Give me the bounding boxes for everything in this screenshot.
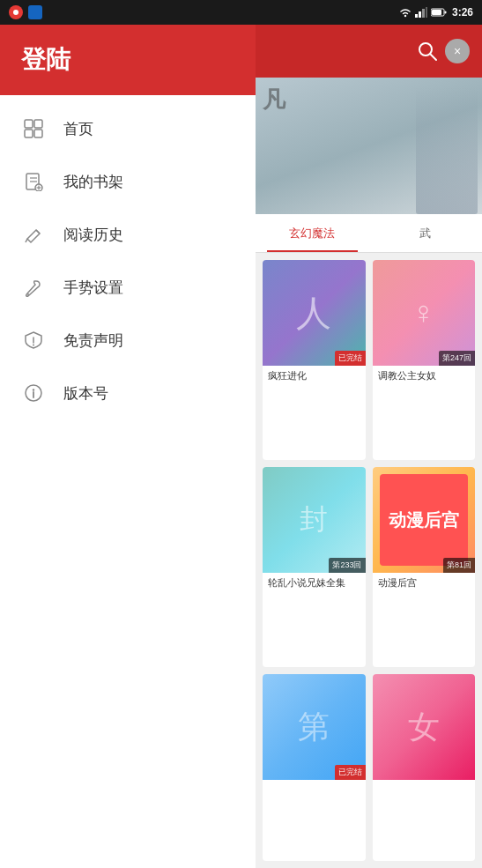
drawer-label-disclaimer: 免责声明 — [63, 330, 123, 351]
book-badge-3: 第233回 — [329, 558, 365, 573]
svg-point-27 — [33, 389, 34, 390]
svg-point-24 — [33, 345, 34, 346]
book-cover-2: ♀ 第247回 — [373, 260, 476, 366]
svg-rect-4 — [426, 7, 427, 18]
book-title-3: 轮乱小说兄妹全集 — [263, 573, 366, 593]
shield-icon — [21, 328, 46, 352]
book-card-2[interactable]: ♀ 第247回 调教公主女奴 — [373, 260, 476, 460]
book-icon — [21, 169, 46, 194]
svg-rect-11 — [34, 120, 42, 128]
svg-rect-7 — [432, 10, 441, 15]
pen-icon — [21, 222, 46, 247]
close-button[interactable]: × — [445, 39, 470, 63]
content-area: × 凡 玄幻魔法 武 人 已完结 — [256, 25, 482, 868]
drawer-item-version[interactable]: 版本号 — [0, 367, 256, 419]
svg-rect-13 — [34, 130, 42, 137]
book-title-6 — [373, 780, 476, 787]
book-cover-4: 动漫后宫 第81回 — [373, 467, 476, 573]
book-badge-5: 已完结 — [335, 765, 366, 780]
svg-rect-6 — [444, 11, 446, 14]
tab-wu[interactable]: 武 — [369, 214, 483, 252]
book-title-5 — [263, 780, 366, 787]
drawer-label-home: 首页 — [63, 119, 93, 139]
book-card-4[interactable]: 动漫后宫 第81回 动漫后宫 — [373, 467, 476, 667]
status-bar-left — [9, 5, 42, 19]
book-cover-1: 人 已完结 — [263, 260, 366, 366]
drawer-label-gesture: 手势设置 — [63, 278, 123, 298]
info-icon — [21, 381, 46, 405]
search-icon[interactable] — [417, 41, 438, 62]
book-badge-1: 已完结 — [335, 351, 366, 366]
signal-icon — [415, 7, 427, 18]
book-card-6[interactable]: 女 — [373, 674, 476, 861]
drawer-item-home[interactable]: 首页 — [0, 102, 256, 155]
svg-rect-3 — [422, 9, 425, 18]
book-title-2: 调教公主女奴 — [373, 366, 476, 386]
svg-rect-2 — [419, 11, 421, 18]
app-icon-blue — [28, 5, 42, 19]
time-display: 3:26 — [452, 6, 473, 19]
book-grid: 人 已完结 疯狂进化 ♀ 第247回 调教公主女奴 封 第233回 轮乱小说兄 — [256, 253, 482, 868]
svg-rect-10 — [25, 120, 33, 128]
tabs-bar: 玄幻魔法 武 — [256, 214, 482, 253]
drawer-label-shelf: 我的书架 — [63, 172, 123, 192]
drawer-item-gesture[interactable]: 手势设置 — [0, 261, 256, 314]
drawer: 登陆 首页 — [0, 25, 256, 868]
book-card-1[interactable]: 人 已完结 疯狂进化 — [263, 260, 366, 460]
drawer-menu: 首页 我的书架 — [0, 95, 256, 868]
book-badge-2: 第247回 — [439, 351, 475, 366]
status-bar-right: 3:26 — [399, 6, 473, 19]
book-badge-4: 第81回 — [443, 558, 475, 573]
drawer-item-shelf[interactable]: 我的书架 — [0, 155, 256, 208]
drawer-item-disclaimer[interactable]: 免责声明 — [0, 314, 256, 367]
book-title-4: 动漫后宫 — [373, 573, 476, 593]
drawer-label-history: 阅读历史 — [63, 225, 123, 245]
drawer-header: 登陆 — [0, 25, 256, 95]
svg-rect-12 — [25, 130, 33, 137]
drawer-title: 登陆 — [21, 43, 70, 77]
svg-line-9 — [430, 54, 436, 60]
battery-icon — [431, 8, 447, 17]
book-card-3[interactable]: 封 第233回 轮乱小说兄妹全集 — [263, 467, 366, 667]
status-bar: 3:26 — [0, 0, 482, 25]
book-cover-3: 封 第233回 — [263, 467, 366, 573]
svg-rect-1 — [415, 14, 418, 18]
grid-icon — [21, 116, 46, 141]
banner-text: 凡 — [263, 85, 285, 115]
book-title-1: 疯狂进化 — [263, 366, 366, 386]
wifi-icon — [399, 7, 412, 18]
svg-line-21 — [26, 239, 27, 242]
book-cover-6: 女 — [373, 674, 476, 780]
svg-point-0 — [13, 10, 19, 15]
book-card-5[interactable]: 第 已完结 — [263, 674, 366, 861]
drawer-item-history[interactable]: 阅读历史 — [0, 208, 256, 261]
app-icon-red — [9, 5, 23, 19]
book-cover-5: 第 已完结 — [263, 674, 366, 780]
tab-xuanhuan[interactable]: 玄幻魔法 — [256, 214, 369, 252]
banner-area: 凡 — [256, 78, 482, 214]
svg-line-20 — [36, 230, 40, 234]
main-container: × 凡 玄幻魔法 武 人 已完结 — [0, 25, 482, 868]
content-header: × — [256, 25, 482, 78]
drawer-label-version: 版本号 — [63, 383, 108, 404]
wrench-icon — [21, 275, 46, 300]
svg-point-22 — [27, 293, 29, 295]
